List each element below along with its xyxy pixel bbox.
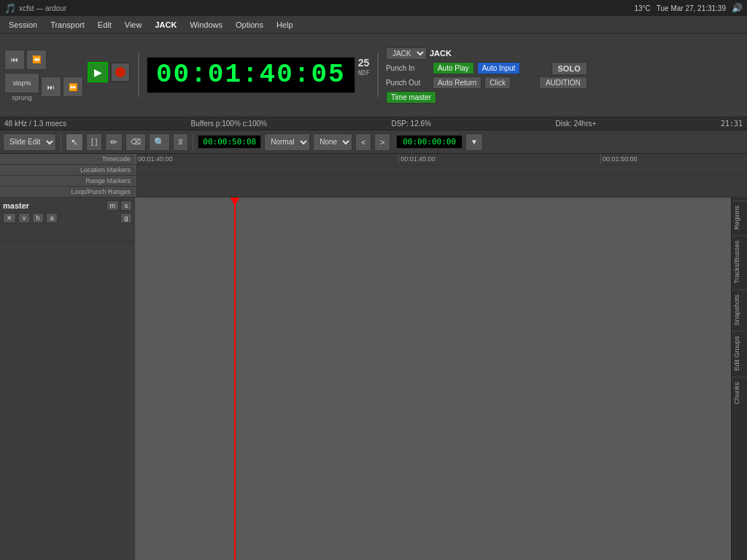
menu-windows[interactable]: Windows [184,19,228,31]
menu-edit[interactable]: Edit [92,19,117,31]
record-btn[interactable] [110,62,131,82]
sidebar-tab-snapshots[interactable]: Snapshots [732,289,747,330]
track-a-btn[interactable]: a [46,213,58,223]
ndf-number: 25 [358,57,370,69]
menu-jack[interactable]: JACK [149,19,182,31]
jack-header-label: JACK [430,49,452,58]
track-v-btn[interactable]: v [18,213,30,223]
click-btn[interactable]: Click [484,77,511,89]
toolbar: Slide Edit ↖ [ ] ✏ ⌫ 🔍 ⧖ 00:00:50:08 Nor… [0,131,747,154]
erase-tool-btn[interactable]: ⌫ [125,133,146,151]
location-markers-label: Location Markers [0,165,136,175]
jack-select[interactable]: JACK [386,47,427,60]
clock-divider [377,53,379,97]
nav-prev-btn[interactable]: < [355,133,371,151]
timecode-ruler: Timecode 00:01:40:00 00:01:45:00 00:01:5… [0,154,747,165]
range-markers-content [136,176,747,186]
track-x-btn[interactable]: ✕ [3,213,16,223]
nav-next-btn[interactable]: > [374,133,390,151]
sample-rate-display: 48 kHz / 1.3 msecs [4,120,66,128]
track-labels: master m s ✕ v h a g [0,198,136,560]
solo-audition-section: SOLO AUDITION [539,62,587,89]
solo-btn[interactable]: SOLO [551,62,587,75]
disk-display: Disk: 24hrs+ [555,120,596,128]
time-master-btn[interactable]: Time master [386,91,436,104]
snap-time-display: 00:00:50:08 [198,135,261,149]
cursor-tool-btn[interactable]: ↖ [66,133,83,151]
buffers-display: Buffers p:100% c:100% [191,120,267,128]
time-tool-btn[interactable]: ⧖ [173,133,188,151]
track-controls: ✕ v h a g [3,213,132,223]
sidebar-tab-chunks[interactable]: Chunks [732,377,747,409]
ruler-tick-0: 00:01:40:00 [136,154,173,164]
range-markers-ruler: Range Markers [0,176,747,187]
location-markers-content [136,165,747,175]
main-clock[interactable]: 00:01:40:05 [147,57,355,93]
volume-icon[interactable]: 🔊 [732,3,743,13]
track-label-master: master m s ✕ v h a g [0,198,135,241]
track-s-btn[interactable]: s [120,201,132,211]
edit-mode-select[interactable]: Slide Edit [3,133,56,151]
loop-mode-label: sprung [12,94,32,101]
position-display: 00:00:00:00 [396,135,462,149]
toolbar-divider-1 [61,134,61,150]
timecode-ruler-content: 00:01:40:00 00:01:45:00 00:01:50:00 [136,154,747,164]
menu-session[interactable]: Session [3,19,43,31]
snap-mode-select[interactable]: Normal [264,133,310,151]
system-bar: 🎵 xcfst — ardour 13°C Tue Mar 27, 21:31:… [0,0,747,16]
auto-play-btn[interactable]: Auto Play [433,62,474,74]
menu-view[interactable]: View [119,19,148,31]
sidebar-tab-edit-groups[interactable]: Edit Groups [732,331,747,376]
timecode-label: Timecode [0,154,136,164]
pos-dropdown-btn[interactable]: ▼ [465,133,483,151]
track-m-btn[interactable]: m [107,201,120,211]
punch-out-row: Punch Out Auto Return Click [386,77,532,89]
clock-time: 21:31 [721,120,743,128]
clock-section: 00:01:40:05 25 NDF [147,57,370,93]
menu-bar: Session Transport Edit View JACK Windows… [0,16,747,34]
transport-bar: ⏮ ⏪ stop % sprung ⏭ ⏩ ▶ 00:01:40:05 2 [0,34,747,117]
range-markers-label: Range Markers [0,176,136,186]
ruler-tick-2: 00:01:50:00 [600,154,638,164]
draw-tool-btn[interactable]: ✏ [105,133,123,151]
sidebar-tab-tracks[interactable]: Tracks/Busses [732,236,747,288]
app-icon: 🎵 [4,3,16,14]
nav-buttons: ⏮ ⏪ [4,50,47,70]
ndf-label: NDF [358,69,370,77]
playhead [234,198,236,560]
loop-punch-content [136,187,747,197]
audition-btn[interactable]: AUDITION [539,77,587,89]
loop-punch-label: Loop/Punch Ranges [0,187,136,197]
auto-input-btn[interactable]: Auto Input [477,62,521,74]
zoom-tool-btn[interactable]: 🔍 [149,133,170,151]
playhead-arrow [230,198,240,206]
track-h-btn[interactable]: h [32,213,44,223]
status-bar: 48 kHz / 1.3 msecs Buffers p:100% c:100%… [0,117,747,131]
dsp-display: DSP: 12.6% [391,120,430,128]
menu-help[interactable]: Help [271,19,299,31]
track-name-master: master [3,201,29,210]
play-btn[interactable]: ▶ [88,62,108,82]
stop-btn[interactable]: stop % [4,73,39,93]
track-g-btn[interactable]: g [120,213,132,223]
app-title: xcfst — ardour [19,4,66,12]
menu-transport[interactable]: Transport [44,19,90,31]
transport-controls: ⏮ ⏪ stop % sprung ⏭ ⏩ [4,50,83,101]
transport-divider [138,53,139,97]
range-tool-btn[interactable]: [ ] [86,133,102,151]
rewind-to-start-btn[interactable]: ⏮ [4,50,25,70]
menu-options[interactable]: Options [230,19,269,31]
track-area: master m s ✕ v h a g [0,198,747,560]
track-content[interactable] [136,198,731,560]
forward-to-end-btn[interactable]: ⏭ [41,77,61,97]
quantize-select[interactable]: None [313,133,352,151]
system-bar-right: 13°C Tue Mar 27, 21:31:39 🔊 [634,3,743,13]
auto-return-btn[interactable]: Auto Return [433,77,481,89]
rewind-btn[interactable]: ⏪ [26,50,47,70]
playback-buttons: stop % sprung ⏭ ⏩ [4,73,83,101]
time-display: Tue Mar 27, 21:31:39 [657,4,726,12]
time-master-row: Time master [386,91,532,104]
punch-row: Punch In Auto Play Auto Input [386,62,532,74]
forward-btn[interactable]: ⏩ [63,77,83,97]
sidebar-tab-regions[interactable]: Regions [732,201,747,234]
